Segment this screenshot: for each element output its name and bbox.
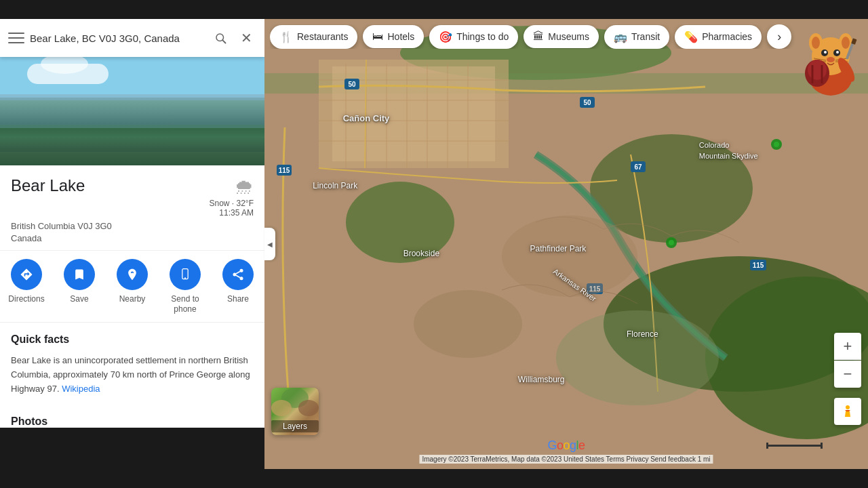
share-icon-circle xyxy=(222,259,254,290)
google-logo: Google xyxy=(547,439,585,453)
collapse-panel-handle[interactable]: ◀ xyxy=(264,228,275,260)
svg-text:115: 115 xyxy=(753,262,764,269)
map-background: 50 50 115 67 xyxy=(264,19,868,469)
svg-text:50: 50 xyxy=(348,81,356,88)
directions-label: Directions xyxy=(8,294,44,304)
svg-rect-51 xyxy=(766,443,768,449)
pharmacies-icon: 💊 xyxy=(684,30,698,43)
svg-point-8 xyxy=(240,277,243,281)
directions-icon-circle xyxy=(11,259,42,290)
svg-rect-50 xyxy=(766,445,821,447)
weather-time: 11:35 AM xyxy=(219,208,254,218)
left-panel: ✕ Bear Lake 🌨 Snow · 32°F 11:35 AM xyxy=(0,19,264,428)
zoom-in-button[interactable]: + xyxy=(834,333,861,360)
nearby-button[interactable]: Nearby xyxy=(112,259,153,314)
pharmacies-label: Pharmacies xyxy=(702,31,752,42)
quick-facts-section: Quick facts Bear Lake is an unincorporat… xyxy=(0,323,264,407)
share-button[interactable]: Share xyxy=(218,259,258,314)
map-container[interactable]: 50 50 115 67 xyxy=(264,19,868,469)
svg-point-63 xyxy=(842,37,850,49)
transit-label: Transit xyxy=(631,31,660,42)
svg-point-7 xyxy=(233,273,237,277)
museums-filter[interactable]: 🏛 Museums xyxy=(524,25,599,48)
restaurants-filter[interactable]: 🍴 Restaurants xyxy=(270,25,357,49)
wikipedia-link[interactable]: Wikipedia xyxy=(62,384,100,394)
save-button[interactable]: Save xyxy=(59,259,100,314)
svg-point-62 xyxy=(812,37,820,49)
transit-icon: 🚌 xyxy=(614,30,627,43)
svg-text:115: 115 xyxy=(279,167,290,174)
photos-section: Photos xyxy=(0,407,264,428)
svg-point-67 xyxy=(836,51,839,54)
svg-line-10 xyxy=(236,272,240,274)
send-to-phone-button[interactable]: Send tophone xyxy=(165,259,205,314)
pharmacies-filter[interactable]: 💊 Pharmacies xyxy=(675,25,762,49)
map-attribution: Imagery ©2023 TerraMetrics, Map data ©20… xyxy=(419,455,713,464)
close-button[interactable]: ✕ xyxy=(236,28,256,48)
action-buttons: Directions Save xyxy=(0,251,264,323)
search-input[interactable] xyxy=(30,33,205,44)
layers-label: Layers xyxy=(271,420,319,432)
svg-point-56 xyxy=(298,400,319,416)
svg-rect-52 xyxy=(821,443,823,449)
zoom-controls: + − xyxy=(834,333,861,388)
things-to-do-label: Things to do xyxy=(456,31,509,42)
quick-facts-title: Quick facts xyxy=(11,333,254,346)
save-icon-circle xyxy=(64,259,95,290)
svg-point-46 xyxy=(774,142,779,147)
left-panel-wrapper: ✕ Bear Lake 🌨 Snow · 32°F 11:35 AM xyxy=(0,19,264,469)
street-view-button[interactable] xyxy=(834,398,861,425)
svg-point-6 xyxy=(240,269,243,272)
photos-title: Photos xyxy=(11,415,254,428)
place-info: Bear Lake 🌨 Snow · 32°F 11:35 AM British… xyxy=(0,165,264,251)
svg-point-55 xyxy=(271,400,292,416)
svg-point-77 xyxy=(808,60,827,80)
restaurants-icon: 🍴 xyxy=(279,30,293,43)
weather-icon: 🌨 xyxy=(235,176,254,199)
svg-point-57 xyxy=(846,405,850,409)
mascot-image xyxy=(793,19,868,100)
restaurants-label: Restaurants xyxy=(297,31,348,42)
svg-line-1 xyxy=(222,40,225,43)
map-filter-bar: 🍴 Restaurants 🛏 Hotels 🎯 Things to do 🏛 … xyxy=(270,24,863,49)
svg-point-44 xyxy=(669,240,674,245)
cloud-decoration xyxy=(27,64,108,84)
share-label: Share xyxy=(227,294,249,304)
nearby-label: Nearby xyxy=(119,294,146,304)
svg-point-49 xyxy=(556,310,719,405)
zoom-out-button[interactable]: − xyxy=(834,361,861,388)
bottom-bar xyxy=(0,469,868,488)
weather-condition-temp: Snow · 32°F xyxy=(209,199,254,208)
more-filters-button[interactable]: › xyxy=(767,24,791,49)
nearby-icon-circle xyxy=(117,259,148,290)
transit-filter[interactable]: 🚌 Transit xyxy=(604,25,669,49)
svg-point-5 xyxy=(184,278,186,279)
top-bar xyxy=(0,0,868,19)
hotels-label: Hotels xyxy=(387,31,414,42)
weather-widget: 🌨 Snow · 32°F 11:35 AM xyxy=(209,176,254,218)
map-svg: 50 50 115 67 xyxy=(264,19,868,469)
directions-button[interactable]: Directions xyxy=(6,259,47,314)
save-label: Save xyxy=(70,294,88,304)
things-to-do-icon: 🎯 xyxy=(439,30,452,43)
hotels-filter[interactable]: 🛏 Hotels xyxy=(363,25,424,48)
hotels-icon: 🛏 xyxy=(372,30,383,43)
svg-point-47 xyxy=(502,216,637,297)
hamburger-menu-icon[interactable] xyxy=(8,30,24,46)
search-button[interactable] xyxy=(210,28,231,48)
museums-icon: 🏛 xyxy=(533,30,544,43)
svg-line-9 xyxy=(236,276,240,278)
place-name: Bear Lake xyxy=(11,176,85,195)
search-bar: ✕ xyxy=(0,19,264,57)
quick-facts-text: Bear Lake is an unincorporated settlemen… xyxy=(11,354,254,396)
layers-button[interactable]: Layers xyxy=(271,388,319,435)
place-photo xyxy=(0,57,264,165)
send-to-phone-icon-circle xyxy=(170,259,201,290)
svg-point-31 xyxy=(346,182,454,263)
svg-point-68 xyxy=(827,57,835,62)
svg-point-66 xyxy=(824,51,827,54)
place-address: British Columbia V0J 3G0 Canada xyxy=(11,220,254,245)
layers-preview: Layers xyxy=(271,388,319,435)
place-name-row: Bear Lake 🌨 Snow · 32°F 11:35 AM xyxy=(11,176,254,218)
things-to-do-filter[interactable]: 🎯 Things to do xyxy=(429,25,518,49)
